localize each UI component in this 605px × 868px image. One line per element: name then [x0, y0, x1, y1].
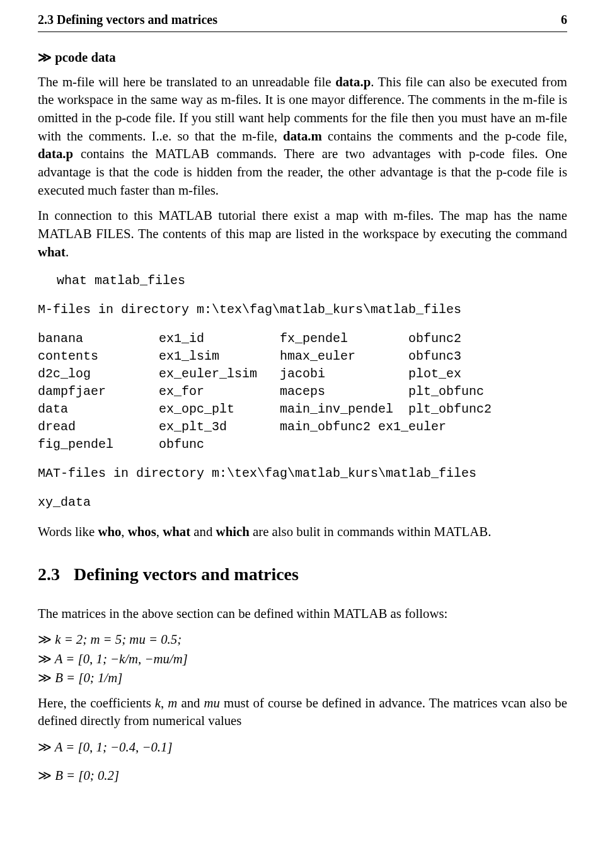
cmd-which: which	[216, 524, 250, 539]
section-heading: 2.3Defining vectors and matrices	[38, 562, 567, 587]
code-output-matfiles: xy_data	[38, 494, 567, 511]
prompt-icon: ≫	[38, 670, 50, 685]
math-block-2: ≫ A = [0, 1; −0.4, −0.1] ≫ B = [0; 0.2]	[38, 738, 567, 785]
var-mu: mu	[204, 695, 220, 710]
header-page-number: 6	[561, 11, 567, 29]
cmd-what-2: what	[163, 524, 190, 539]
var-m: m	[168, 695, 177, 710]
paragraph-5: Here, the coefficients k, m and mu must …	[38, 694, 567, 730]
command-line: ≫ pcode data	[38, 49, 567, 67]
prompt-icon: ≫	[38, 632, 50, 647]
prompt-icon: ≫	[38, 651, 50, 666]
math-line: ≫ k = 2; m = 5; mu = 0.5;	[38, 630, 567, 649]
prompt-icon: ≫	[38, 50, 50, 65]
cmd-what: what	[38, 244, 66, 259]
filename-data-p-2: data.p	[38, 146, 73, 161]
paragraph-2: In connection to this MATLAB tutorial th…	[38, 207, 567, 261]
section-number: 2.3	[38, 564, 60, 584]
math-line: ≫ A = [0, 1; −k/m, −mu/m]	[38, 649, 567, 668]
prompt-icon: ≫	[38, 740, 50, 755]
math-line: ≫ A = [0, 1; −0.4, −0.1]	[38, 738, 567, 757]
code-output-table: banana ex1_id fx_pendel obfunc2 contents…	[38, 330, 567, 454]
command-text: pcode data	[55, 50, 115, 64]
cmd-whos: whos	[128, 524, 156, 539]
filename-data-m: data.m	[283, 128, 322, 143]
cmd-who: who	[98, 524, 121, 539]
code-output-header-1: M-files in directory m:\tex\fag\matlab_k…	[38, 301, 567, 319]
prompt-icon: ≫	[38, 768, 50, 783]
paragraph-1: The m-file will here be translated to an…	[38, 73, 567, 200]
math-block-1: ≫ k = 2; m = 5; mu = 0.5; ≫ A = [0, 1; −…	[38, 630, 567, 687]
paragraph-4: The matrices in the above section can be…	[38, 605, 567, 623]
section-title: Defining vectors and matrices	[74, 564, 299, 584]
page: 2.3 Defining vectors and matrices 6 ≫ pc…	[0, 0, 605, 868]
math-line: ≫ B = [0; 0.2]	[38, 766, 567, 785]
math-line: ≫ B = [0; 1/m]	[38, 668, 567, 687]
code-output-header-2: MAT-files in directory m:\tex\fag\matlab…	[38, 465, 567, 483]
paragraph-3: Words like who, whos, what and which are…	[38, 523, 567, 541]
header-section: 2.3 Defining vectors and matrices	[38, 11, 217, 29]
code-cmd: what matlab_files	[49, 272, 567, 290]
filename-data-p: data.p	[335, 74, 371, 89]
running-header: 2.3 Defining vectors and matrices 6	[38, 11, 567, 32]
var-k: k	[155, 695, 161, 710]
